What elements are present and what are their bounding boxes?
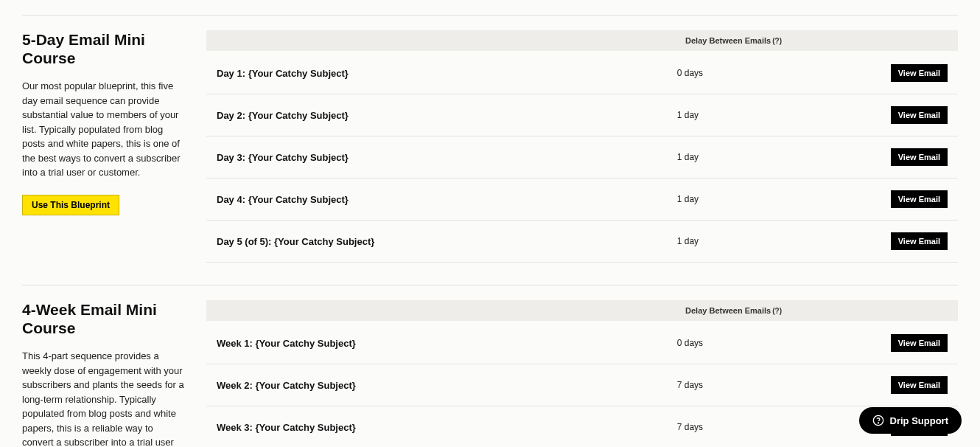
support-widget-button[interactable]: Drip Support (859, 407, 962, 434)
blueprint-content: Delay Between Emails (?) Day 1: {Your Ca… (206, 30, 958, 263)
table-row: Day 1: {Your Catchy Subject} 0 days View… (206, 52, 958, 94)
email-delay: 7 days (677, 380, 891, 390)
page-container: 5-Day Email Mini Course Our most popular… (22, 15, 958, 447)
delay-header-label: Delay Between Emails (?) (685, 306, 782, 315)
delay-header-text: Delay Between Emails (685, 306, 771, 315)
email-subject: Day 1: {Your Catchy Subject} (217, 68, 677, 79)
table-row: Day 2: {Your Catchy Subject} 1 day View … (206, 94, 958, 136)
blueprint-sidebar: 5-Day Email Mini Course Our most popular… (22, 30, 206, 263)
blueprint-title: 4-Week Email Mini Course (22, 300, 184, 337)
view-email-button[interactable]: View Email (891, 64, 948, 82)
blueprint-description: This 4-part sequence provides a weekly d… (22, 349, 184, 447)
blueprint-content: Delay Between Emails (?) Week 1: {Your C… (206, 300, 958, 447)
table-header-row: Delay Between Emails (?) (206, 30, 958, 51)
delay-header-text: Delay Between Emails (685, 36, 771, 45)
email-subject: Week 1: {Your Catchy Subject} (217, 338, 677, 349)
email-subject: Day 3: {Your Catchy Subject} (217, 152, 677, 163)
delay-header-label: Delay Between Emails (?) (685, 36, 782, 45)
table-row: Week 1: {Your Catchy Subject} 0 days Vie… (206, 322, 958, 364)
blueprint-sidebar: 4-Week Email Mini Course This 4-part seq… (22, 300, 206, 447)
blueprint-title: 5-Day Email Mini Course (22, 30, 184, 67)
blueprint-section-4week: 4-Week Email Mini Course This 4-part seq… (22, 285, 958, 447)
email-subject: Week 3: {Your Catchy Subject} (217, 422, 677, 433)
email-delay: 1 day (677, 236, 891, 246)
email-subject: Week 2: {Your Catchy Subject} (217, 380, 677, 391)
support-widget-label: Drip Support (890, 415, 948, 426)
table-row: Week 2: {Your Catchy Subject} 7 days Vie… (206, 364, 958, 406)
email-subject: Day 2: {Your Catchy Subject} (217, 110, 677, 121)
view-email-button[interactable]: View Email (891, 106, 948, 124)
email-delay: 1 day (677, 110, 891, 120)
email-delay: 7 days (677, 422, 891, 432)
blueprint-description: Our most popular blueprint, this five da… (22, 79, 184, 180)
table-row: Day 3: {Your Catchy Subject} 1 day View … (206, 136, 958, 179)
help-circle-icon (872, 415, 884, 426)
svg-point-1 (878, 423, 878, 423)
email-delay: 0 days (677, 338, 891, 348)
email-delay: 1 day (677, 194, 891, 204)
view-email-button[interactable]: View Email (891, 334, 948, 352)
email-delay: 0 days (677, 68, 891, 78)
view-email-button[interactable]: View Email (891, 148, 948, 166)
help-icon[interactable]: (?) (772, 307, 782, 315)
blueprint-section-5day: 5-Day Email Mini Course Our most popular… (22, 15, 958, 263)
view-email-button[interactable]: View Email (891, 232, 948, 250)
view-email-button[interactable]: View Email (891, 190, 948, 208)
help-icon[interactable]: (?) (772, 37, 782, 45)
use-blueprint-button[interactable]: Use This Blueprint (22, 195, 119, 215)
table-row: Day 4: {Your Catchy Subject} 1 day View … (206, 179, 958, 221)
email-subject: Day 4: {Your Catchy Subject} (217, 194, 677, 205)
table-header-row: Delay Between Emails (?) (206, 300, 958, 321)
email-delay: 1 day (677, 152, 891, 162)
email-subject: Day 5 (of 5): {Your Catchy Subject} (217, 236, 677, 247)
table-row: Day 5 (of 5): {Your Catchy Subject} 1 da… (206, 221, 958, 263)
table-row: Week 3: {Your Catchy Subject} 7 days Vie… (206, 406, 958, 447)
view-email-button[interactable]: View Email (891, 376, 948, 394)
